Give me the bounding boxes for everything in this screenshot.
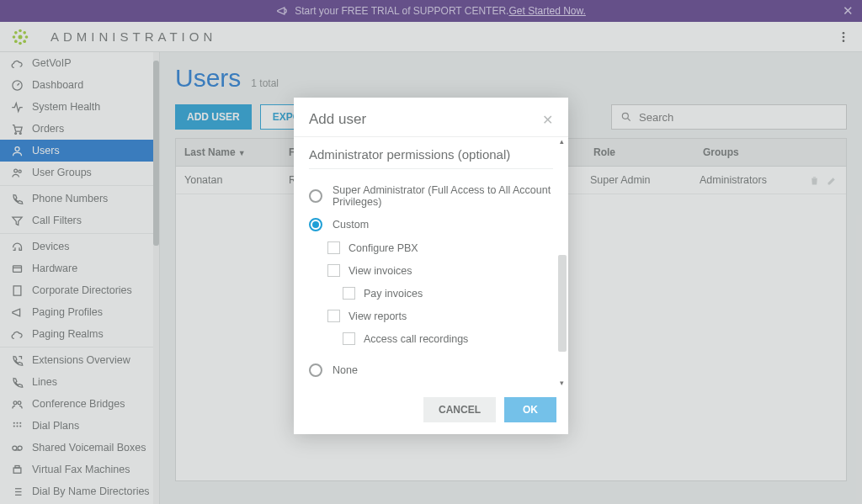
radio-custom[interactable]: Custom <box>309 213 553 236</box>
radio-super-admin[interactable]: Super Administrator (Full Access to All … <box>309 179 553 213</box>
checkbox-access-recordings[interactable]: Access call recordings <box>309 327 553 350</box>
checkbox-icon[interactable] <box>327 241 340 254</box>
modal-scrollbar-thumb[interactable] <box>558 255 567 352</box>
checkbox-label: View reports <box>349 310 407 322</box>
radio-label: Super Administrator (Full Access to All … <box>333 184 553 208</box>
modal-scrollbar[interactable]: ▴ ▾ <box>556 137 567 387</box>
modal-section-title: Administrator permissions (optional) <box>309 137 553 169</box>
checkbox-icon[interactable] <box>327 264 340 277</box>
checkbox-pay-invoices[interactable]: Pay invoices <box>309 282 553 305</box>
checkbox-icon[interactable] <box>343 287 355 300</box>
checkbox-label: View invoices <box>349 265 412 277</box>
scroll-down-icon[interactable]: ▾ <box>557 379 566 387</box>
checkbox-configure-pbx[interactable]: Configure PBX <box>309 236 553 259</box>
radio-icon[interactable] <box>309 189 322 203</box>
radio-icon[interactable] <box>309 218 322 231</box>
radio-label: Custom <box>333 219 369 231</box>
close-icon[interactable]: ✕ <box>542 112 553 128</box>
checkbox-icon[interactable] <box>343 332 355 345</box>
checkbox-label: Configure PBX <box>349 242 418 254</box>
add-user-modal: Add user ✕ Administrator permissions (op… <box>294 98 568 434</box>
ok-button[interactable]: OK <box>504 397 556 422</box>
modal-title: Add user <box>309 111 366 128</box>
checkbox-view-reports[interactable]: View reports <box>309 305 553 327</box>
radio-label: None <box>333 364 358 376</box>
radio-none[interactable]: None <box>309 358 553 382</box>
checkbox-icon[interactable] <box>327 310 340 322</box>
radio-icon[interactable] <box>309 363 322 377</box>
cancel-button[interactable]: CANCEL <box>423 397 496 422</box>
scroll-up-icon[interactable]: ▴ <box>557 137 566 146</box>
checkbox-label: Access call recordings <box>364 333 468 345</box>
checkbox-view-invoices[interactable]: View invoices <box>309 259 553 282</box>
checkbox-label: Pay invoices <box>364 288 423 300</box>
modal-overlay[interactable]: Add user ✕ Administrator permissions (op… <box>0 0 862 504</box>
